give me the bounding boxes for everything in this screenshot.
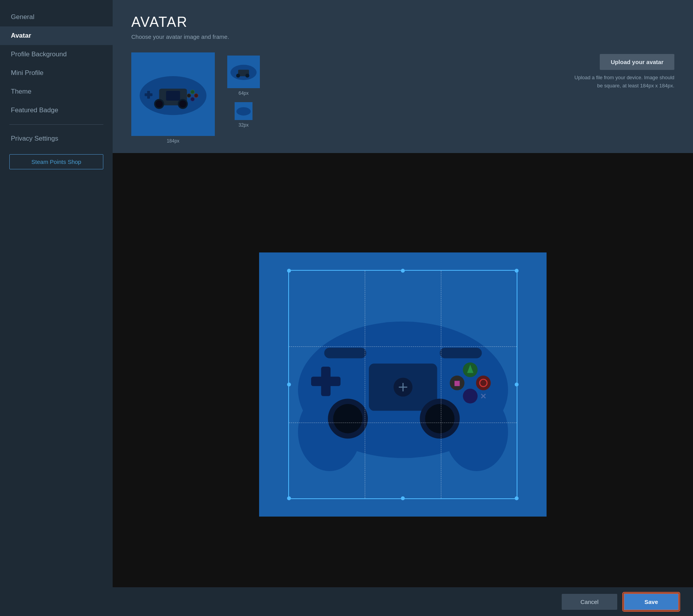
- avatar-preview-small: 32px: [227, 102, 260, 128]
- steam-points-shop-button[interactable]: Steam Points Shop: [9, 154, 103, 169]
- cancel-button[interactable]: Cancel: [562, 594, 617, 610]
- avatar-preview-medium: 64px: [227, 56, 260, 96]
- svg-point-31: [425, 404, 454, 433]
- svg-point-12: [179, 100, 186, 108]
- sidebar-item-theme[interactable]: Theme: [0, 82, 113, 101]
- avatar-sizes-column: 64px 32px: [227, 56, 260, 128]
- sidebar: General Avatar Profile Background Mini P…: [0, 0, 113, 616]
- svg-point-22: [237, 107, 251, 115]
- svg-point-19: [236, 74, 240, 78]
- upload-avatar-button[interactable]: Upload your avatar: [600, 54, 674, 70]
- sidebar-divider: [9, 124, 103, 125]
- svg-point-36: [463, 389, 477, 404]
- sidebar-item-profile-background[interactable]: Profile Background: [0, 45, 113, 64]
- avatar-size-label-small: 32px: [239, 122, 249, 128]
- svg-rect-33: [321, 367, 330, 396]
- sidebar-item-featured-badge[interactable]: Featured Badge: [0, 101, 113, 120]
- avatar-image-large: +: [131, 52, 215, 136]
- crop-overlay-left: [113, 153, 259, 616]
- page-title: AVATAR: [131, 14, 674, 30]
- svg-point-35: [476, 376, 491, 390]
- svg-point-20: [246, 74, 249, 78]
- svg-rect-42: [454, 381, 460, 386]
- svg-point-10: [155, 100, 163, 108]
- sidebar-item-avatar[interactable]: Avatar: [0, 26, 113, 45]
- svg-point-8: [187, 94, 191, 97]
- upload-section: Upload your avatar Upload a file from yo…: [573, 52, 674, 90]
- avatar-image-medium: [227, 56, 260, 88]
- avatar-preview-row: + 184px 64px: [131, 52, 674, 144]
- svg-point-5: [191, 90, 195, 94]
- svg-point-7: [191, 97, 195, 101]
- cropper-area[interactable]: [113, 153, 693, 616]
- avatar-size-label-medium: 64px: [239, 90, 249, 96]
- avatar-image-small: [235, 102, 252, 120]
- crop-image: [259, 252, 547, 517]
- crop-overlay-right: [547, 153, 693, 616]
- svg-point-29: [333, 404, 362, 433]
- svg-point-6: [194, 94, 198, 97]
- avatar-size-label-large: 184px: [167, 138, 179, 144]
- main-content: AVATAR Choose your avatar image and fram…: [113, 0, 693, 616]
- sidebar-item-privacy-settings[interactable]: Privacy Settings: [0, 129, 113, 148]
- svg-rect-47: [440, 348, 482, 358]
- svg-rect-46: [324, 348, 366, 358]
- save-button[interactable]: Save: [623, 593, 679, 611]
- sidebar-item-general[interactable]: General: [0, 8, 113, 26]
- upload-hint: Upload a file from your device. Image sh…: [573, 74, 674, 90]
- sidebar-item-mini-profile[interactable]: Mini Profile: [0, 64, 113, 82]
- avatar-preview-large: + 184px: [131, 52, 215, 144]
- svg-rect-4: [147, 91, 150, 99]
- svg-rect-15: [166, 91, 180, 101]
- action-bar: Cancel Save: [113, 587, 693, 616]
- page-subtitle: Choose your avatar image and frame.: [131, 33, 674, 40]
